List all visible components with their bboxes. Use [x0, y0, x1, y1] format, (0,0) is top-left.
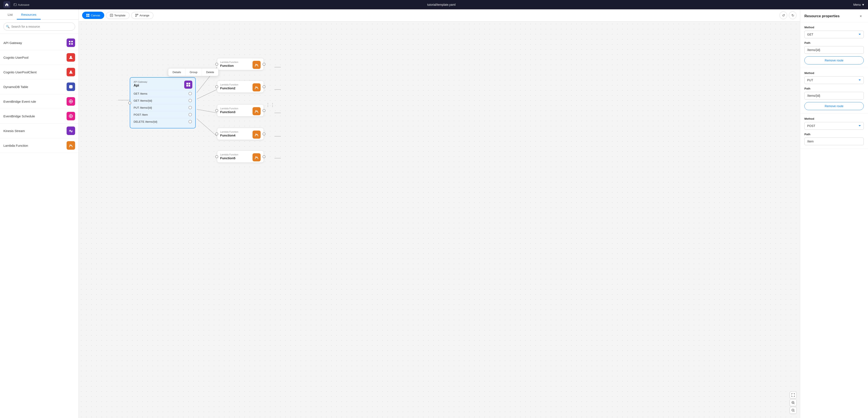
- home-button[interactable]: [3, 1, 10, 8]
- remove-route-1-button[interactable]: Remove route: [804, 56, 864, 64]
- tab-list[interactable]: List: [3, 9, 17, 20]
- lambda-5-icon: [252, 153, 260, 161]
- svg-point-7: [70, 71, 72, 72]
- lambda-4-right-connector[interactable]: [262, 132, 266, 135]
- path-1-input[interactable]: [804, 46, 864, 54]
- context-menu-delete[interactable]: Delete: [202, 68, 218, 76]
- sidebar-item-lambda[interactable]: Lambda Function: [0, 138, 79, 153]
- method-2-label: Method: [804, 71, 864, 75]
- svg-rect-0: [14, 4, 17, 6]
- lambda-1-right-connector[interactable]: [262, 63, 266, 66]
- eventbridge-schedule-icon: [67, 112, 75, 120]
- svg-rect-5: [71, 43, 73, 45]
- route-3-connector[interactable]: [188, 106, 192, 109]
- svg-rect-17: [110, 14, 113, 17]
- right-panel-title: Resource properties: [804, 14, 839, 18]
- sidebar: List Resources 🔍 API Gateway Cognito Use…: [0, 9, 79, 418]
- sidebar-item-cognito-userpoolclient[interactable]: Cognito UserPoolClient: [0, 65, 79, 79]
- canvas-toolbar: Canvas Template Arrange ↺ ↻: [79, 9, 800, 22]
- canvas-area: Canvas Template Arrange ↺ ↻: [79, 9, 800, 418]
- remove-route-2-button[interactable]: Remove route: [804, 102, 864, 110]
- zoom-in-button[interactable]: [790, 399, 797, 406]
- right-panel: Resource properties × Method GET POST PU…: [800, 9, 868, 418]
- lambda-4-left-connector[interactable]: [215, 132, 218, 135]
- api-node-name: Api: [134, 84, 192, 87]
- svg-rect-22: [135, 16, 136, 17]
- right-panel-header: Resource properties ×: [800, 9, 868, 22]
- lambda-node-5[interactable]: Lambda Function Function5: [217, 151, 264, 163]
- path-3-label: Path: [804, 133, 864, 136]
- svg-rect-16: [88, 15, 89, 17]
- sidebar-search-container: 🔍: [0, 20, 79, 34]
- lambda-5-right-connector[interactable]: [262, 155, 266, 158]
- path-2-label: Path: [804, 87, 864, 90]
- canvas-button[interactable]: Canvas: [82, 12, 104, 19]
- lambda-5-left-connector[interactable]: [215, 155, 218, 158]
- svg-rect-2: [69, 41, 70, 42]
- svg-rect-35: [186, 83, 188, 85]
- lambda-3-left-connector[interactable]: [215, 109, 218, 112]
- method-1-label: Method: [804, 26, 864, 29]
- lambda-1-left-connector[interactable]: [215, 63, 218, 66]
- route-4-connector[interactable]: [188, 113, 192, 116]
- drag-handle[interactable]: ⋮⋮: [266, 102, 275, 108]
- redo-button[interactable]: ↻: [789, 11, 797, 19]
- autosave-label: Autosave: [13, 3, 29, 6]
- method-3-select[interactable]: GET POST PUT DELETE: [804, 122, 864, 130]
- api-left-connector[interactable]: [128, 101, 131, 104]
- api-gateway-icon: [67, 38, 75, 47]
- path-2-input[interactable]: [804, 92, 864, 99]
- lambda-node-2[interactable]: Lambda Function Function2: [217, 81, 264, 93]
- api-node-icon: [184, 81, 192, 89]
- sidebar-item-kinesis[interactable]: Kinesis Stream: [0, 124, 79, 138]
- arrange-button[interactable]: Arrange: [131, 12, 153, 19]
- sidebar-item-api-gateway[interactable]: API Gateway: [0, 35, 79, 50]
- eventbridge-rule-icon: [67, 97, 75, 106]
- tab-resources[interactable]: Resources: [17, 9, 41, 20]
- lambda-node-3[interactable]: Lambda Function Function3: [217, 104, 264, 117]
- zoom-out-button[interactable]: [790, 407, 797, 414]
- lambda-node-1[interactable]: Lambda Function Function: [217, 58, 264, 70]
- sidebar-item-eventbridge-schedule[interactable]: EventBridge Schedule: [0, 109, 79, 124]
- lambda-2-icon: [252, 83, 260, 91]
- search-input[interactable]: [3, 23, 75, 31]
- svg-line-27: [197, 90, 217, 99]
- route-2-connector[interactable]: [188, 99, 192, 102]
- svg-line-42: [794, 403, 795, 404]
- path-1-label: Path: [804, 41, 864, 44]
- dynamodb-icon: [67, 83, 75, 91]
- svg-rect-14: [88, 14, 89, 15]
- svg-line-45: [794, 411, 795, 412]
- sidebar-item-dynamodb[interactable]: DynamoDB Table: [0, 79, 79, 94]
- canvas-content[interactable]: Details Group Delete API Gateway Api: [79, 22, 800, 418]
- context-menu-details[interactable]: Details: [168, 68, 186, 76]
- svg-rect-21: [137, 14, 138, 15]
- lambda-node-4[interactable]: Lambda Function Function4: [217, 128, 264, 140]
- close-button[interactable]: ×: [858, 13, 864, 19]
- lambda-3-right-connector[interactable]: [262, 109, 266, 112]
- route-5-connector[interactable]: [188, 120, 192, 123]
- menu-button[interactable]: Menu ▼: [853, 3, 865, 6]
- api-gateway-node[interactable]: API Gateway Api GET /items GET /items/{i…: [130, 77, 196, 128]
- undo-button[interactable]: ↺: [779, 11, 787, 19]
- context-menu-group[interactable]: Group: [186, 68, 202, 76]
- sidebar-item-cognito-userpool[interactable]: Cognito UserPool: [0, 50, 79, 65]
- method-2-select[interactable]: GET POST PUT DELETE: [804, 76, 864, 84]
- route-1-connector[interactable]: [188, 92, 192, 95]
- template-button[interactable]: Template: [106, 12, 130, 19]
- api-route-5: DELETE /items/{id}: [134, 118, 192, 125]
- route-3-section: Method GET POST PUT DELETE Path: [800, 114, 868, 149]
- svg-rect-36: [188, 83, 190, 85]
- route-1-section: Method GET POST PUT DELETE Path Remove r…: [800, 22, 868, 68]
- sidebar-item-eventbridge-rule[interactable]: EventBridge Event rule: [0, 94, 79, 109]
- path-3-input[interactable]: [804, 137, 864, 145]
- canvas-controls: [790, 392, 797, 414]
- cognito-userpoolclient-icon: [67, 68, 75, 76]
- method-1-select[interactable]: GET POST PUT DELETE: [804, 31, 864, 38]
- lambda-2-left-connector[interactable]: [215, 85, 218, 88]
- api-route-1: GET /items: [134, 90, 192, 97]
- fit-screen-button[interactable]: [790, 392, 797, 398]
- sidebar-tabs: List Resources: [0, 9, 79, 20]
- api-route-2: GET /items/{id}: [134, 97, 192, 104]
- lambda-2-right-connector[interactable]: [262, 85, 266, 88]
